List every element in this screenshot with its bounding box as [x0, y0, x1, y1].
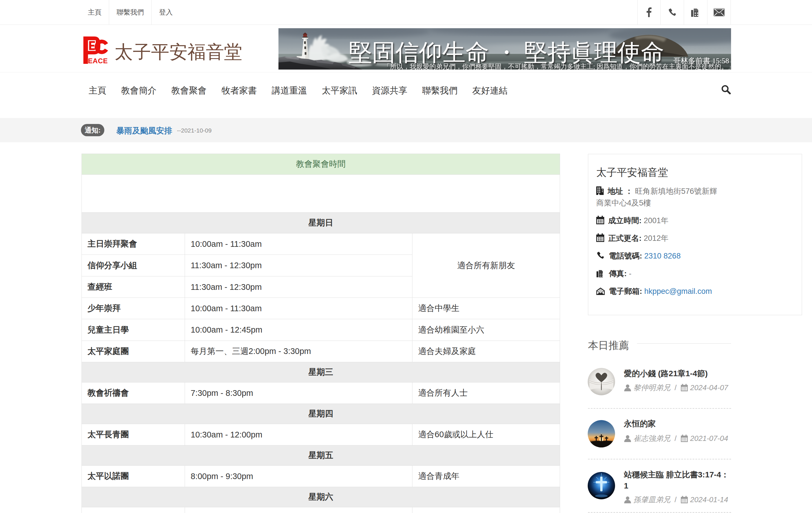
- svg-text:EACE: EACE: [88, 57, 108, 64]
- svg-text:堅固信仰生命 ・ 堅持眞理使命: 堅固信仰生命 ・ 堅持眞理使命: [349, 39, 664, 65]
- svg-text:「所以，我親愛的弟兄們，你們務要堅固，不可搖動，常常竭力多做: 「所以，我親愛的弟兄們，你們務要堅固，不可搖動，常常竭力多做主工; 因爲知道，你…: [383, 63, 731, 69]
